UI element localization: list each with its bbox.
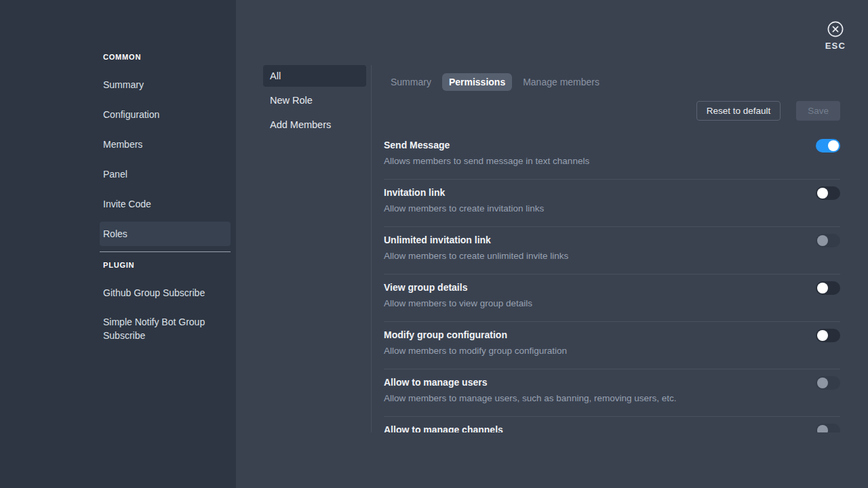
permission-text: Invitation link Allow members to create … [384, 186, 544, 214]
permission-description: Allow members to create invitation links [384, 203, 544, 214]
unlimited-invitation-link-toggle[interactable] [816, 234, 840, 247]
sidebar-item-roles[interactable]: Roles [100, 222, 231, 246]
permission-title: Invitation link [384, 186, 544, 199]
permission-list: Send Message Allows members to send mess… [384, 132, 840, 432]
role-detail-panel: Summary Permissions Manage members Reset… [384, 65, 840, 432]
sidebar-divider [100, 251, 231, 252]
sidebar-item-panel[interactable]: Panel [100, 162, 231, 186]
sidebar-item-configuration[interactable]: Configuration [100, 102, 231, 127]
permission-text: Allow to manage users Allow members to m… [384, 376, 676, 404]
permission-row-unlimited-invitation-link: Unlimited invitation link Allow members … [384, 227, 840, 274]
save-button[interactable]: Save [796, 101, 840, 121]
send-message-toggle[interactable] [816, 139, 840, 152]
view-group-details-toggle[interactable] [816, 281, 840, 295]
permission-description: Allows members to send message in text c… [384, 155, 589, 167]
sidebar-item-simple-notify-bot-group-subscribe[interactable]: Simple Notify Bot Group Subscribe [100, 310, 231, 347]
permission-row-view-group-details: View group details Allow members to view… [384, 274, 840, 322]
roles-nav-item-new-role[interactable]: New Role [263, 89, 366, 111]
permission-text: Modify group configuration Allow members… [384, 329, 567, 357]
permission-actions: Reset to default Save [384, 101, 840, 121]
permission-row-invitation-link: Invitation link Allow members to create … [384, 180, 840, 227]
permission-title: Allow to manage channels [384, 424, 503, 432]
vertical-divider [371, 65, 372, 432]
sidebar-item-members[interactable]: Members [100, 132, 231, 157]
close-circle-x-icon[interactable] [827, 20, 844, 38]
permission-title: Send Message [384, 139, 589, 151]
permission-row-modify-group-configuration: Modify group configuration Allow members… [384, 322, 840, 369]
allow-to-manage-users-toggle[interactable] [816, 376, 840, 390]
toggle-knob [817, 283, 828, 293]
role-detail-tabs: Summary Permissions Manage members [384, 73, 840, 91]
tab-manage-members[interactable]: Manage members [516, 73, 606, 91]
permission-description: Allow members to manage users, such as b… [384, 392, 676, 404]
tab-summary[interactable]: Summary [384, 73, 438, 91]
permission-description: Allow members to modify group configurat… [384, 345, 567, 357]
tab-permissions[interactable]: Permissions [442, 73, 512, 91]
permission-row-allow-to-manage-channels: Allow to manage channels [384, 417, 840, 432]
permission-title: View group details [384, 281, 532, 293]
settings-sidebar: COMMON Summary Configuration Members Pan… [0, 0, 236, 488]
esc-label: ESC [825, 41, 846, 51]
sidebar-item-invite-code[interactable]: Invite Code [100, 192, 231, 216]
permission-text: Unlimited invitation link Allow members … [384, 234, 568, 262]
invitation-link-toggle[interactable] [816, 186, 840, 200]
roles-nav: All New Role Add Members [263, 65, 366, 432]
permission-row-allow-to-manage-users: Allow to manage users Allow members to m… [384, 369, 840, 417]
permission-text: Send Message Allows members to send mess… [384, 139, 589, 167]
permission-title: Allow to manage users [384, 376, 676, 388]
reset-to-default-button[interactable]: Reset to default [696, 101, 781, 121]
roles-nav-item-all[interactable]: All [263, 65, 366, 87]
permission-text: View group details Allow members to view… [384, 281, 532, 309]
permission-row-send-message: Send Message Allows members to send mess… [384, 132, 840, 180]
roles-content: All New Role Add Members Summary Permiss… [263, 65, 868, 432]
toggle-knob [817, 235, 828, 246]
toggle-knob [817, 188, 828, 199]
sidebar-item-summary[interactable]: Summary [100, 73, 231, 97]
sidebar-section-title-plugin: PLUGIN [100, 261, 231, 269]
allow-to-manage-channels-toggle[interactable] [816, 424, 840, 432]
sidebar-item-github-group-subscribe[interactable]: Github Group Subscribe [100, 281, 231, 305]
toggle-knob [828, 140, 839, 151]
roles-nav-item-add-members[interactable]: Add Members [263, 114, 366, 136]
modify-group-configuration-toggle[interactable] [816, 329, 840, 342]
sidebar-section-title-common: COMMON [100, 53, 231, 61]
toggle-knob [817, 330, 828, 341]
permission-description: Allow members to view group details [384, 298, 532, 309]
close-control[interactable]: ESC [825, 20, 846, 51]
permission-text: Allow to manage channels [384, 424, 503, 432]
permission-title: Modify group configuration [384, 329, 567, 341]
permission-title: Unlimited invitation link [384, 234, 568, 246]
permission-description: Allow members to create unlimited invite… [384, 250, 568, 262]
toggle-knob [817, 378, 828, 388]
toggle-knob [817, 425, 828, 432]
